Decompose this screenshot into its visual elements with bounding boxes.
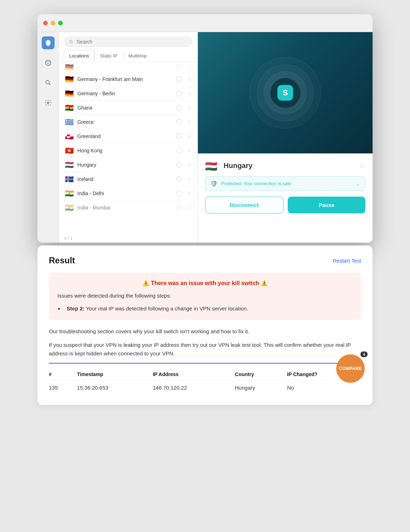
flag-india-mumbai: 🇮🇳: [65, 204, 74, 211]
flag-greenland: 🇬🇱: [65, 133, 74, 140]
col-ip: IP Address: [153, 369, 235, 380]
location-name-iceland: Iceland: [77, 176, 173, 182]
star-hong-kong[interactable]: ☆: [187, 147, 192, 154]
tab-multihop[interactable]: MultiHop: [123, 50, 152, 62]
star-germany-berlin[interactable]: ☆: [187, 90, 192, 97]
compare-badge: 4: [360, 351, 368, 357]
result-header: Result Restart Test: [49, 255, 361, 265]
vpn-rings: S: [250, 57, 321, 128]
flag-hungary: 🇭🇺: [65, 162, 74, 168]
step-label: Step 2:: [67, 305, 84, 311]
radio-india-delhi[interactable]: [176, 191, 182, 196]
list-item[interactable]: 🇬🇱 Greenland ☆: [59, 129, 198, 143]
maximize-button[interactable]: [58, 21, 63, 25]
svg-point-3: [49, 61, 50, 62]
troubleshoot-text: Our troubleshooting section covers why y…: [49, 327, 361, 336]
disconnect-button[interactable]: Disconnect: [205, 197, 283, 213]
radio-ghana[interactable]: [176, 105, 182, 111]
location-name-india-mumbai: India - Mumbai: [77, 205, 173, 211]
location-name-hong-kong: Hong Kong: [77, 148, 173, 153]
cell-ip: 146.70.120.22: [153, 380, 235, 395]
radio-greenland[interactable]: [176, 133, 182, 139]
issue-title: ⚠️ There was an issue with your kill swi…: [57, 280, 353, 287]
sidebar-icon-settings[interactable]: [42, 96, 55, 109]
list-item[interactable]: 🇩🇪 Germany - Berlin ☆: [59, 86, 198, 101]
list-item[interactable]: 🇬🇷 Greece ☆: [59, 115, 198, 129]
flag-germany-frankfurt: 🇩🇪: [65, 76, 74, 82]
tab-static-ip[interactable]: Static IP: [95, 50, 123, 62]
star-ghana[interactable]: ☆: [187, 104, 192, 111]
list-item[interactable]: 🇩🇪 Germany - Frankfurt am Main ☆: [59, 72, 198, 86]
issue-box: ⚠️ There was an issue with your kill swi…: [49, 273, 361, 320]
radio-button[interactable]: [176, 64, 182, 70]
cell-num: 135: [49, 380, 77, 395]
location-name-india-delhi: India - Delhi: [77, 191, 173, 196]
star-iceland[interactable]: ☆: [187, 176, 192, 182]
list-item[interactable]: 🇮🇳 India - Mumbai ☆: [59, 201, 198, 215]
radio-hong-kong[interactable]: [176, 148, 182, 153]
location-name-ghana: Ghana: [77, 105, 173, 111]
location-list: 🇩🇪 ... ☆ 🇩🇪 Germany - Frankfurt am Main …: [59, 62, 198, 234]
sidebar-icon-notifications[interactable]: [42, 56, 55, 69]
star-hungary[interactable]: ☆: [187, 161, 192, 168]
list-item[interactable]: 🇭🇺 Hungary ☆: [59, 158, 198, 172]
flag-greece: 🇬🇷: [65, 119, 74, 125]
search-input[interactable]: [77, 39, 188, 45]
star-germany-frankfurt[interactable]: ☆: [187, 76, 192, 82]
star-greenland[interactable]: ☆: [187, 133, 192, 140]
vpn-status-bar[interactable]: 🛡️ Protected. Your connection is safe ⌄: [205, 176, 365, 191]
list-item[interactable]: 🇮🇸 Iceland ☆: [59, 172, 198, 186]
radio-iceland[interactable]: [176, 176, 182, 182]
location-name-germany-frankfurt: Germany - Frankfurt am Main: [77, 76, 173, 82]
vpn-country-name: Hungary: [224, 162, 355, 170]
svg-point-5: [47, 102, 49, 104]
shield-status-icon: 🛡️: [210, 180, 217, 187]
cell-country: Hungary: [235, 380, 287, 395]
sidebar-icon-shield[interactable]: [42, 36, 55, 49]
compare-label: COMPARE: [339, 366, 362, 371]
flag-germany-berlin: 🇩🇪: [65, 90, 74, 97]
cell-timestamp: 15:36:20.653: [77, 380, 153, 395]
svg-point-2: [47, 61, 48, 62]
vpn-panel: S 🇭🇺 Hungary ☆ 🛡️ Protected. Your connec…: [198, 32, 373, 243]
radio-greece[interactable]: [176, 119, 182, 125]
restart-test-button[interactable]: Restart Test: [333, 258, 361, 264]
vpn-info: 🇭🇺 Hungary ☆ 🛡️ Protected. Your connecti…: [198, 153, 373, 243]
list-item[interactable]: 🇮🇳 India - Delhi ☆: [59, 186, 198, 201]
vpn-visual: S: [198, 32, 373, 153]
search-input-wrap[interactable]: [64, 36, 193, 47]
star-india-delhi[interactable]: ☆: [187, 190, 192, 197]
tab-locations[interactable]: Locations: [64, 50, 94, 62]
sidebar-icon-search[interactable]: [42, 76, 55, 89]
list-item[interactable]: 🇬🇭 Ghana ☆: [59, 101, 198, 115]
close-button[interactable]: [43, 21, 48, 25]
chevron-down-icon: ⌄: [356, 181, 360, 187]
table-row: 135 15:36:20.653 146.70.120.22 Hungary N…: [49, 380, 361, 395]
minimize-button[interactable]: [51, 21, 55, 25]
issues-intro: Issues were detected during the followin…: [57, 292, 353, 300]
compare-button[interactable]: 4 COMPARE: [336, 354, 365, 383]
star-button[interactable]: ☆: [187, 64, 192, 70]
location-name-hungary: Hungary: [77, 162, 173, 168]
star-greece[interactable]: ☆: [187, 118, 192, 125]
radio-hungary[interactable]: [176, 162, 182, 168]
issue-step-2: Step 2: Your real IP was detected follow…: [64, 304, 353, 313]
list-item[interactable]: 🇭🇰 Hong Kong ☆: [59, 143, 198, 158]
radio-germany-berlin[interactable]: [176, 91, 182, 96]
radio-india-mumbai[interactable]: [176, 205, 182, 211]
result-title: Result: [49, 255, 75, 265]
star-india-mumbai[interactable]: ☆: [187, 204, 192, 211]
list-item[interactable]: 🇩🇪 ... ☆: [59, 62, 198, 72]
title-bar: [37, 14, 373, 32]
vpn-star-button[interactable]: ☆: [359, 161, 365, 170]
location-name-greece: Greece: [77, 119, 173, 125]
tab-bar: Locations Static IP MultiHop: [59, 50, 198, 62]
table-divider: [49, 363, 361, 364]
svg-point-0: [45, 60, 51, 66]
flag-hong-kong: 🇭🇰: [65, 147, 74, 154]
pause-button[interactable]: Pause: [288, 197, 365, 213]
col-country: Country: [235, 369, 287, 380]
radio-germany-frankfurt[interactable]: [176, 76, 182, 82]
flag-ghana: 🇬🇭: [65, 105, 74, 111]
surfshark-logo: S: [277, 85, 293, 101]
